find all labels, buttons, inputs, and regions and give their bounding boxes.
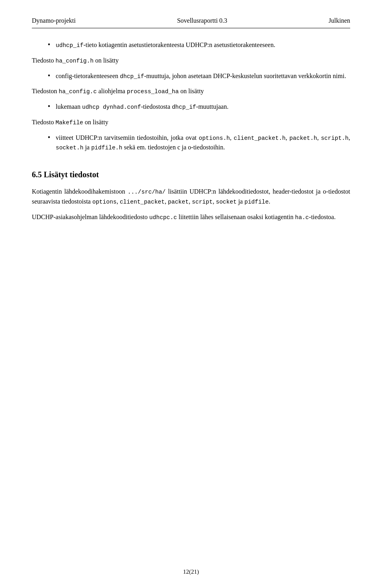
- page-content: udhcp_if-tieto kotiagentin asetustietora…: [32, 40, 350, 222]
- paragraph-source-dir: Kotiagentin lähdekoodihakemistoon .../sr…: [32, 187, 350, 207]
- page-header: Dynamo-projekti Sovellusraportti 0.3 Jul…: [32, 16, 350, 28]
- paragraph-makefile: Tiedosto Makefile on lisätty: [32, 118, 350, 127]
- code-src-ha: .../src/ha/: [127, 189, 166, 195]
- list-item: viitteet UDHCP:n tarvitsemiin tiedostoih…: [48, 133, 350, 153]
- text: viitteet UDHCP:n tarvitsemiin tiedostoih…: [56, 134, 350, 151]
- code-packet: packet: [168, 199, 189, 205]
- code-script-h: script.h: [321, 135, 349, 141]
- code-script: script: [192, 199, 212, 205]
- code-socket-h: socket.h: [56, 145, 84, 151]
- list-item: udhcp_if-tieto kotiagentin asetustietora…: [48, 40, 350, 50]
- code-ha-c: ha.c: [295, 214, 309, 221]
- list-item: lukemaan udhcp dynhad.conf-tiedostosta d…: [48, 102, 350, 112]
- text: lukemaan udhcp dynhad.conf-tiedostosta d…: [56, 103, 228, 110]
- bullet-list-2: config-tietorakenteeseen dhcp_if-muuttuj…: [48, 71, 350, 81]
- bullet-list-1: udhcp_if-tieto kotiagentin asetustietora…: [48, 40, 350, 50]
- code-pidfile-h: pidfile.h: [91, 145, 122, 151]
- paragraph-ha-config-h: Tiedosto ha_config.h on lisätty: [32, 56, 350, 66]
- code-pidfile: pidfile: [244, 199, 269, 205]
- page-footer: 12(21): [0, 567, 382, 576]
- bullet-list-4: viitteet UDHCP:n tarvitsemiin tiedostoih…: [48, 133, 350, 153]
- code-client-packet-h: client_packet.h: [234, 135, 286, 141]
- page-number: 12(21): [183, 568, 199, 575]
- code-ha-config-c: ha_config.c: [58, 88, 97, 95]
- code-options: options: [92, 199, 117, 205]
- code-udhcp-if: udhcp_if: [56, 42, 84, 49]
- paragraph-ha-config-c: Tiedoston ha_config.c aliohjelma process…: [32, 86, 350, 96]
- code-socket: socket: [216, 199, 236, 205]
- code-packet-h: packet.h: [289, 135, 317, 141]
- code-dhcp-if-2: dhcp_if: [172, 104, 196, 110]
- code-process-load-ha: process_load_ha: [127, 88, 179, 95]
- section-heading-text: 6.5 Lisätyt tiedostot: [32, 170, 99, 179]
- paragraph-udhcpc: UDCHP-asiakasohjelman lähdekooditiedosto…: [32, 212, 350, 222]
- bullet-list-3: lukemaan udhcp dynhad.conf-tiedostosta d…: [48, 102, 350, 112]
- section-heading-6-5: 6.5 Lisätyt tiedostot: [32, 169, 350, 180]
- list-item: config-tietorakenteeseen dhcp_if-muuttuj…: [48, 71, 350, 81]
- code-udhcp-dynhad: udhcp dynhad.conf: [82, 104, 141, 110]
- code-options-h: options.h: [199, 135, 230, 141]
- code-udhcpc-c: udhcpc.c: [149, 214, 177, 221]
- text: config-tietorakenteeseen dhcp_if-muuttuj…: [56, 73, 346, 79]
- header-left: Dynamo-projekti: [32, 16, 76, 25]
- code-client-packet: client_packet: [120, 199, 165, 205]
- page: Dynamo-projekti Sovellusraportti 0.3 Jul…: [0, 0, 382, 588]
- code-makefile: Makefile: [55, 120, 83, 126]
- header-center: Sovellusraportti 0.3: [177, 16, 227, 25]
- text: udhcp_if-tieto kotiagentin asetustietora…: [56, 41, 275, 48]
- code-dhcp-if-1: dhcp_if: [120, 73, 144, 80]
- code-ha-config-h: ha_config.h: [55, 58, 94, 64]
- header-right: Julkinen: [329, 16, 350, 25]
